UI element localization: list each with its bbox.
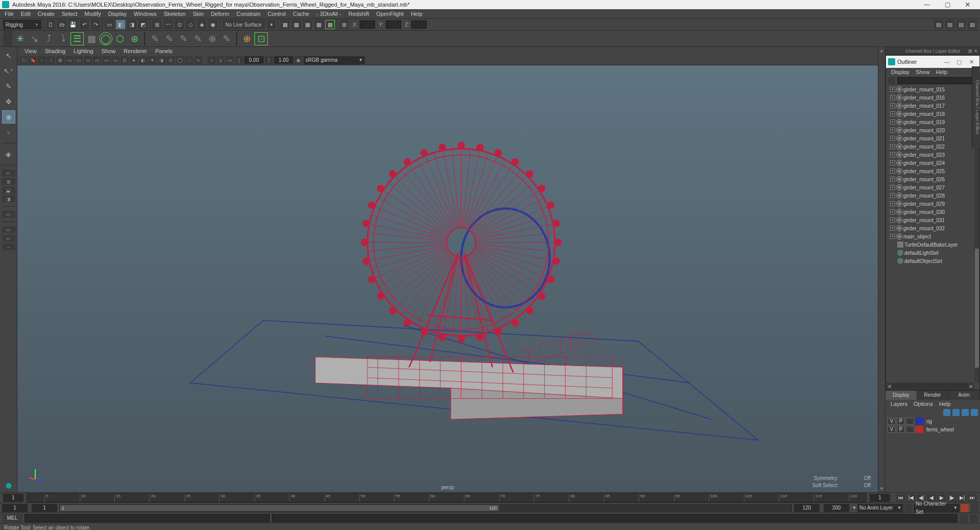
layer-row[interactable]: VPferris_wheel xyxy=(885,425,980,433)
script-editor-icon[interactable] xyxy=(960,514,968,522)
cluster-icon[interactable]: ◯ xyxy=(99,32,112,45)
expand-icon[interactable]: + xyxy=(890,226,895,231)
hypershade-icon[interactable]: ▦ xyxy=(325,20,335,29)
near-clip-field[interactable]: 0.00 xyxy=(244,56,264,64)
expand-icon[interactable]: + xyxy=(890,234,895,239)
outliner-item[interactable]: +girder_mount_020 xyxy=(886,126,979,134)
filter-icon[interactable] xyxy=(888,77,895,84)
layout-opt-1-icon[interactable]: ▭ xyxy=(2,211,15,218)
expand-icon[interactable]: + xyxy=(890,95,895,100)
ik-handle-icon[interactable]: ↘ xyxy=(28,32,41,45)
far-clip-field[interactable]: 1.00 xyxy=(274,56,293,64)
range-chevron-icon[interactable]: ▼ xyxy=(851,505,857,510)
render-frame-icon[interactable]: ▦ xyxy=(292,20,301,29)
xray-joints-icon[interactable]: ◌ xyxy=(185,56,193,64)
camera-select-icon[interactable]: 🎥 xyxy=(19,56,28,64)
layout-opt-3-icon[interactable]: ▭ xyxy=(2,235,15,242)
menu--3dtoall-[interactable]: - 3DtoAll - xyxy=(313,11,345,17)
res-gate-icon[interactable]: ▭ xyxy=(75,56,83,64)
outliner-item[interactable]: +girder_mount_018 xyxy=(886,110,979,118)
outliner-item[interactable]: +main_object xyxy=(886,232,979,240)
menu-select[interactable]: Select xyxy=(58,11,81,17)
panel-menu-lighting[interactable]: Lighting xyxy=(69,48,98,54)
outliner-menu-help[interactable]: Help xyxy=(933,69,951,75)
range-track[interactable]: 1 120 xyxy=(59,504,792,512)
layer-menu-options[interactable]: Options xyxy=(911,401,936,407)
menu-skin[interactable]: Skin xyxy=(189,11,207,17)
menu-redshift[interactable]: Redshift xyxy=(345,11,372,17)
grid-icon[interactable]: ⊞ xyxy=(56,56,64,64)
outliner-item[interactable]: +girder_mount_028 xyxy=(886,191,979,200)
viewport-3d[interactable]: persp Symmetry: Off Soft Select: Off xyxy=(17,65,878,492)
scroll-up-icon[interactable]: ▲ xyxy=(879,48,884,53)
isolate-icon[interactable]: ⊙ xyxy=(167,56,175,64)
render-settings-icon[interactable]: ▦ xyxy=(314,20,323,29)
outliner-item[interactable]: defaultObjectSet xyxy=(886,257,979,265)
expand-icon[interactable]: + xyxy=(890,160,895,165)
paint-skin-icon[interactable]: ✎ xyxy=(148,32,161,45)
viewport-scrollbar[interactable]: ▲ ▼ xyxy=(878,47,885,492)
gamma-icon[interactable]: γ xyxy=(217,56,225,64)
joint-tool-icon[interactable]: ✳ xyxy=(13,32,27,45)
panel-menu-view[interactable]: View xyxy=(20,48,41,54)
outliner-item[interactable]: +girder_mount_031 xyxy=(886,216,979,224)
coord-x-field[interactable] xyxy=(360,20,375,29)
menu-file[interactable]: File xyxy=(1,11,17,17)
sidebar-toggle-3-icon[interactable]: ▤ xyxy=(956,20,966,29)
outliner-item[interactable]: +girder_mount_016 xyxy=(886,93,979,102)
channel-box-tab[interactable]: Channel Box / Layer Editor ⊠ ✕ xyxy=(885,47,980,55)
layout-two-v-icon[interactable]: ◨ xyxy=(2,196,15,202)
layer-display-toggle[interactable] xyxy=(906,418,914,425)
image-plane-icon[interactable]: ▫ xyxy=(38,56,46,64)
outliner-item[interactable]: +girder_mount_019 xyxy=(886,118,979,126)
light-icon[interactable]: ☀ xyxy=(148,56,156,64)
outliner-item[interactable]: +girder_mount_032 xyxy=(886,224,979,232)
prefs-icon[interactable] xyxy=(971,504,979,512)
snap-view-icon[interactable]: ◈ xyxy=(197,20,206,29)
menu-windows[interactable]: Windows xyxy=(130,11,160,17)
color-mgmt-icon[interactable]: ◉ xyxy=(294,56,302,64)
shadow-icon[interactable]: ◑ xyxy=(157,56,166,64)
menu-edit[interactable]: Edit xyxy=(17,11,34,17)
expand-icon[interactable]: + xyxy=(890,218,895,223)
layout-opt-2-icon[interactable]: ▭ xyxy=(2,226,15,233)
blend-shape-icon[interactable]: ⬡ xyxy=(113,32,127,45)
layer-row[interactable]: VPrig xyxy=(885,417,980,425)
outliner-hscrollbar[interactable]: ◀ ▶ xyxy=(886,382,974,390)
select-by-hierarchy-icon[interactable]: ◨ xyxy=(127,20,136,29)
undo-icon[interactable]: ↶ xyxy=(80,20,89,29)
copy-skin-icon[interactable]: ✎ xyxy=(177,32,190,45)
layout-four-icon[interactable]: ⊞ xyxy=(2,178,15,185)
close-icon[interactable]: ⊠ ✕ xyxy=(968,47,978,55)
layout-single-icon[interactable]: ▭ xyxy=(2,170,15,176)
menu-openflight[interactable]: OpenFlight xyxy=(372,11,407,17)
xray-icon[interactable]: ◯ xyxy=(176,56,184,64)
command-lang-label[interactable]: MEL xyxy=(2,514,22,522)
layer-tab-render[interactable]: Render xyxy=(917,391,949,400)
menu-display[interactable]: Display xyxy=(105,11,130,17)
outliner-close-button[interactable]: ✕ xyxy=(965,59,977,65)
two-side-icon[interactable]: ↕ xyxy=(47,56,55,64)
attribute-editor-tab[interactable]: Channel Box / Layer Editor xyxy=(972,66,980,148)
smooth-skin-icon[interactable]: ⊕ xyxy=(205,32,219,45)
outliner-item[interactable]: TurtleDefaultBakeLayer xyxy=(886,240,979,249)
outliner-item[interactable]: +girder_mount_030 xyxy=(886,208,979,216)
scroll-down-icon[interactable]: ▼ xyxy=(879,486,884,491)
snap-live-icon[interactable]: ◉ xyxy=(208,20,218,29)
menu-constrain[interactable]: Constrain xyxy=(233,11,264,17)
motion-trail-icon[interactable]: ∿ xyxy=(194,56,202,64)
step-back-key-button[interactable]: |◀ xyxy=(906,494,916,502)
move-tool[interactable]: ✥ xyxy=(2,95,15,108)
go-end-button[interactable]: ⏭ xyxy=(968,494,977,502)
expand-icon[interactable]: + xyxy=(890,111,895,116)
expand-icon[interactable]: + xyxy=(890,87,895,92)
coord-y-field[interactable] xyxy=(386,20,401,29)
anim-layer-selector[interactable]: No Anim Layer▼ xyxy=(857,504,903,512)
menu-help[interactable]: Help xyxy=(407,11,426,17)
menu-modify[interactable]: Modify xyxy=(81,11,104,17)
menu-control[interactable]: Control xyxy=(264,11,289,17)
snap-point-icon[interactable]: ⊙ xyxy=(175,20,184,29)
outliner-minimize-button[interactable]: — xyxy=(941,59,953,65)
layer-playback-toggle[interactable]: P xyxy=(897,426,905,433)
range-thumb[interactable]: 1 120 xyxy=(60,505,499,511)
